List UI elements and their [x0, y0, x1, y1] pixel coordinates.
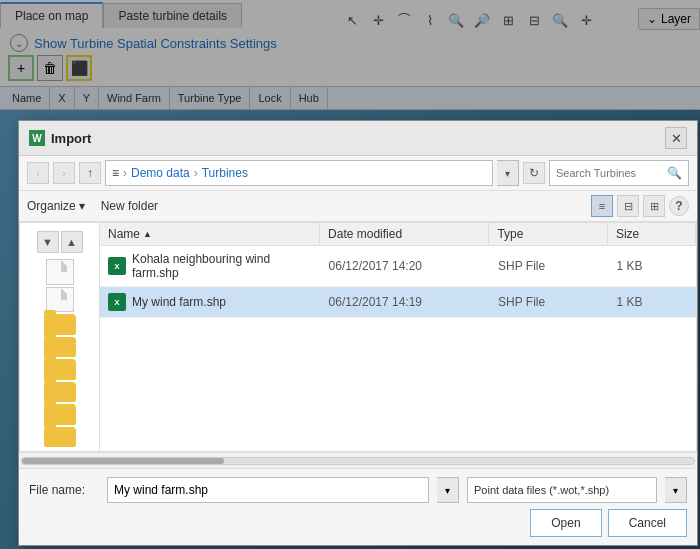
file-date-cell: 06/12/2017 14:19 [321, 289, 490, 315]
left-folder-icon-1 [44, 314, 76, 334]
path-demo-data[interactable]: Demo data [131, 166, 190, 180]
shp-icon: X [108, 257, 126, 275]
close-button[interactable]: ✕ [665, 127, 687, 149]
search-icon: 🔍 [667, 166, 682, 180]
cancel-button[interactable]: Cancel [608, 509, 687, 537]
file-type-cell: SHP File [490, 289, 608, 315]
refresh-button[interactable]: ↻ [523, 162, 545, 184]
shp-icon: X [108, 293, 126, 311]
file-size-cell: 1 KB [608, 253, 696, 279]
path-bar: ≡ › Demo data › Turbines [105, 160, 493, 186]
view-grid-button[interactable]: ⊞ [643, 195, 665, 217]
sort-arrow-icon: ▲ [143, 229, 152, 239]
left-folder-icon-2 [44, 337, 76, 357]
file-name-text: Kohala neighbouring wind farm.shp [132, 252, 313, 280]
table-row[interactable]: X Kohala neighbouring wind farm.shp 06/1… [100, 246, 696, 287]
path-separator-2: › [194, 166, 198, 180]
filename-row: File name: ▾ Point data files (*.wot,*.s… [29, 477, 687, 503]
search-input[interactable] [556, 167, 663, 179]
left-folder-icon-6 [44, 427, 76, 447]
file-list-header: Name ▲ Date modified Type Size [100, 223, 696, 246]
organize-label: Organize [27, 199, 76, 213]
file-size-cell: 1 KB [608, 289, 696, 315]
file-col-date[interactable]: Date modified [320, 223, 489, 245]
filename-input[interactable] [107, 477, 429, 503]
file-col-size[interactable]: Size [608, 223, 696, 245]
filename-label: File name: [29, 483, 99, 497]
sort-up-button[interactable]: ▲ [61, 231, 83, 253]
file-name-text: My wind farm.shp [132, 295, 226, 309]
file-rows: X Kohala neighbouring wind farm.shp 06/1… [100, 246, 696, 318]
path-separator-1: › [123, 166, 127, 180]
sort-down-button[interactable]: ▼ [37, 231, 59, 253]
dialog-titlebar: W Import ✕ [19, 121, 697, 156]
filetype-select[interactable]: Point data files (*.wot,*.shp) [467, 477, 657, 503]
organize-arrow-icon: ▾ [79, 199, 85, 213]
bottom-bar: File name: ▾ Point data files (*.wot,*.s… [19, 468, 697, 545]
file-list: Name ▲ Date modified Type Size X Kohala … [100, 223, 696, 451]
nav-back-button[interactable]: ‹ [27, 162, 49, 184]
left-folder-icon-4 [44, 382, 76, 402]
dialog-title-text: Import [51, 131, 91, 146]
organize-bar: Organize ▾ New folder ≡ ⊟ ⊞ ? [19, 191, 697, 222]
dialog-title-group: W Import [29, 130, 91, 146]
new-folder-button[interactable]: New folder [101, 199, 158, 213]
import-dialog: W Import ✕ ‹ › ↑ ≡ › Demo data › Turbine… [18, 120, 698, 546]
nav-up-button[interactable]: ↑ [79, 162, 101, 184]
left-folder-icon-3 [44, 359, 76, 379]
path-dropdown-button[interactable]: ▾ [497, 160, 519, 186]
file-type-cell: SHP File [490, 253, 608, 279]
path-root-icon: ≡ [112, 166, 119, 180]
file-area: ▼ ▲ Name ▲ Date modified Type Size [19, 222, 697, 452]
scroll-thumb[interactable] [22, 458, 224, 464]
help-button[interactable]: ? [669, 196, 689, 216]
file-col-type[interactable]: Type [489, 223, 608, 245]
nav-bar: ‹ › ↑ ≡ › Demo data › Turbines ▾ ↻ 🔍 [19, 156, 697, 191]
path-turbines[interactable]: Turbines [202, 166, 248, 180]
nav-forward-button[interactable]: › [53, 162, 75, 184]
left-panel: ▼ ▲ [20, 223, 100, 451]
left-file-icon-2 [46, 287, 74, 313]
file-name-cell: X My wind farm.shp [100, 287, 321, 317]
action-row: Open Cancel [29, 509, 687, 537]
scroll-track[interactable] [21, 457, 695, 465]
table-row[interactable]: X My wind farm.shp 06/12/2017 14:19 SHP … [100, 287, 696, 318]
view-icons: ≡ ⊟ ⊞ ? [591, 195, 689, 217]
organize-button[interactable]: Organize ▾ [27, 199, 85, 213]
left-panel-top: ▼ ▲ [20, 227, 99, 257]
file-date-cell: 06/12/2017 14:20 [321, 253, 490, 279]
left-folder-icon-5 [44, 404, 76, 424]
search-box: 🔍 [549, 160, 689, 186]
filename-dropdown-button[interactable]: ▾ [437, 477, 459, 503]
file-name-cell: X Kohala neighbouring wind farm.shp [100, 246, 321, 286]
file-col-name[interactable]: Name ▲ [100, 223, 320, 245]
left-file-icon-1 [46, 259, 74, 285]
open-button[interactable]: Open [530, 509, 601, 537]
horizontal-scrollbar[interactable] [19, 452, 697, 468]
view-detail-button[interactable]: ⊟ [617, 195, 639, 217]
dialog-app-icon: W [29, 130, 45, 146]
filetype-dropdown-button[interactable]: ▾ [665, 477, 687, 503]
view-list-button[interactable]: ≡ [591, 195, 613, 217]
